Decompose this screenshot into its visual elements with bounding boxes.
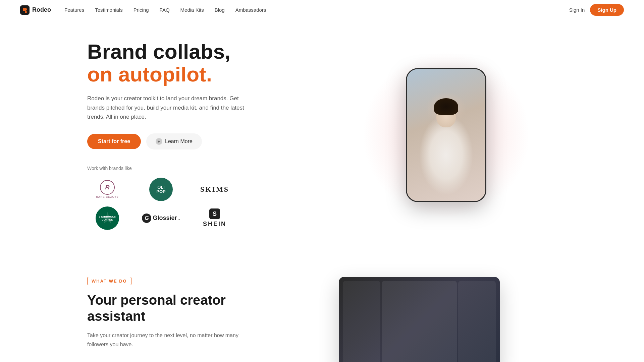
dashboard-panel-2 — [382, 281, 457, 362]
nav-ambassadors[interactable]: Ambassadors — [235, 7, 266, 13]
section-tag: WHAT WE DO — [87, 277, 131, 285]
shein-icon: S SHEIN — [203, 208, 226, 228]
rare-beauty-icon: R — [100, 180, 115, 195]
hero-description: Rodeo is your creator toolkit to land yo… — [87, 94, 255, 121]
navbar: Rodeo Features Testimonials Pricing FAQ … — [0, 0, 644, 20]
hero-content: Brand collabs, on autopilot. Rodeo is yo… — [87, 40, 302, 230]
what-we-do-content: WHAT WE DO Your personal creator assista… — [87, 277, 255, 349]
dashboard-inner — [339, 277, 500, 362]
learn-more-button[interactable]: ▶ Learn More — [146, 133, 202, 149]
brand-olipop: OLI POP — [141, 178, 181, 201]
logo-text: Rodeo — [32, 6, 51, 13]
rare-beauty-text: RARE BEAUTY — [96, 195, 118, 198]
hero-visual — [302, 51, 590, 219]
glossier-icon: G Glossier. — [142, 214, 180, 223]
brand-starbucks: STARBUCKSCOFFEE — [87, 206, 127, 230]
olipop-icon: OLI POP — [149, 178, 173, 201]
start-for-free-button[interactable]: Start for free — [87, 134, 141, 149]
nav-faq[interactable]: FAQ — [160, 7, 170, 13]
skims-text: SKIMS — [200, 185, 229, 194]
brand-skims: SKIMS — [195, 178, 235, 201]
hero-title-line1: Brand collabs, — [87, 40, 230, 63]
starbucks-icon: STARBUCKSCOFFEE — [96, 206, 119, 230]
nav-testimonials[interactable]: Testimonials — [95, 7, 123, 13]
hero-title-line2: on autopilot. — [87, 63, 212, 86]
logo[interactable]: Rodeo — [20, 5, 51, 15]
logo-icon — [20, 5, 30, 15]
signin-button[interactable]: Sign In — [569, 7, 585, 13]
learn-more-label: Learn More — [165, 138, 193, 144]
dashboard-preview — [339, 277, 500, 362]
hero-buttons: Start for free ▶ Learn More — [87, 133, 302, 149]
nav-pricing[interactable]: Pricing — [133, 7, 149, 13]
dashboard-panel-3 — [458, 281, 496, 362]
brand-glossier: G Glossier. — [141, 206, 181, 230]
nav-blog[interactable]: Blog — [215, 7, 225, 13]
section-description: Take your creator journey to the next le… — [87, 331, 255, 349]
svg-point-1 — [25, 11, 27, 13]
nav-media-kits[interactable]: Media Kits — [180, 7, 204, 13]
nav-right: Sign In Sign Up — [569, 4, 624, 16]
hero-phone — [406, 68, 486, 202]
hero-title: Brand collabs, on autopilot. — [87, 40, 302, 86]
hero-section: Brand collabs, on autopilot. Rodeo is yo… — [0, 20, 644, 250]
dashboard-preview-container — [282, 277, 557, 362]
brand-shein: S SHEIN — [195, 206, 235, 230]
signup-button[interactable]: Sign Up — [590, 4, 624, 16]
section-title: Your personal creator assistant — [87, 292, 255, 324]
play-icon: ▶ — [156, 138, 162, 145]
nav-links: Features Testimonials Pricing FAQ Media … — [64, 7, 569, 13]
dashboard-panel-1 — [343, 281, 380, 362]
phone-screen — [407, 69, 485, 201]
brands-label: Work with brands like — [87, 166, 302, 171]
brands-grid: R RARE BEAUTY OLI POP SKIMS STARBUCKSCOF… — [87, 178, 235, 230]
nav-features[interactable]: Features — [64, 7, 84, 13]
phone-person-image — [407, 69, 485, 201]
brand-rare-beauty: R RARE BEAUTY — [87, 178, 127, 201]
what-we-do-section: WHAT WE DO Your personal creator assista… — [0, 250, 644, 362]
